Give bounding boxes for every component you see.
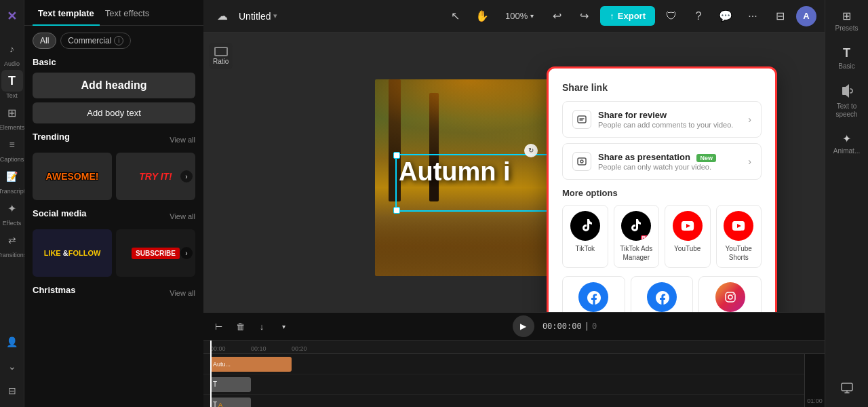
help-icon[interactable]: ? [688, 5, 709, 27]
rotation-handle[interactable]: ↻ [524, 144, 538, 157]
animate-icon: ✦ [842, 132, 851, 145]
sidebar-item-logo[interactable]: ✕ [1, 5, 23, 27]
svg-rect-1 [578, 158, 586, 165]
filter-row: All Commercial i [33, 33, 195, 49]
share-presentation-chevron: › [748, 156, 751, 167]
panel-tabs: Text template Text effects [24, 0, 203, 26]
more-options-title: More options [562, 188, 762, 198]
sidebar-label-transitions: Transitions [0, 252, 26, 258]
sidebar-item-elements[interactable]: ⊞ Elements [0, 102, 24, 131]
comments-icon[interactable]: 💬 [715, 5, 736, 27]
time-separator: | [585, 322, 589, 331]
ruler-mark-0: 00:00 [210, 345, 251, 352]
platform-facebook-group[interactable]: Facebook group [562, 276, 625, 312]
tab-text-template[interactable]: Text template [33, 0, 100, 25]
right-sidebar-animate[interactable]: ✦ Animat... [828, 128, 866, 159]
right-sidebar-monitor[interactable] [828, 377, 866, 402]
template-card-awesome[interactable]: AWESOME! [33, 153, 112, 200]
section-trending-title: Trending [33, 132, 70, 142]
timeline-more-button[interactable]: ▾ [274, 317, 293, 336]
template-tryit-arrow[interactable]: › [180, 170, 193, 182]
timeline-delete-button[interactable]: 🗑 [231, 317, 250, 336]
export-button[interactable]: ↑ Export [600, 6, 655, 26]
platform-instagram-reels[interactable]: Instagram Reels [698, 276, 762, 312]
panel-content: All Commercial i Basic Add heading Add b… [24, 26, 203, 407]
platform-tiktok[interactable]: TikTok [562, 205, 608, 268]
document-title[interactable]: Untitled ▾ [239, 11, 277, 22]
share-review-desc: People can add comments to your video. [598, 121, 748, 129]
ratio-button[interactable]: Ratio [209, 43, 233, 69]
sidebar-label-transcript: Transcript [0, 188, 25, 195]
timeline-end-time: 01:00 [807, 398, 823, 404]
platform-youtube-shorts[interactable]: YouTube Shorts [716, 205, 762, 268]
svg-rect-6 [842, 383, 852, 391]
sidebar-item-captions[interactable]: ≡ Captions [0, 134, 24, 163]
sidebar-item-effects[interactable]: ✦ Effects [1, 197, 23, 227]
share-as-presentation-option[interactable]: Share as presentation New People can onl… [562, 143, 762, 180]
sidebar-item-transitions[interactable]: ⇄ Transitions [0, 229, 26, 258]
sidebar-item-audio[interactable]: ♪ Audio [1, 38, 23, 67]
right-sidebar-text-to-speech[interactable]: Text to speech [828, 80, 866, 123]
tiktok-ads-icon: Biz [621, 211, 651, 241]
basic-label: Basic [838, 62, 854, 71]
new-badge: New [696, 154, 716, 162]
playhead[interactable] [210, 341, 212, 407]
zoom-dropdown-icon: ▾ [530, 12, 534, 20]
sidebar-item-people[interactable]: 👤 [1, 331, 23, 353]
title-dropdown-icon: ▾ [273, 12, 277, 20]
platform-youtube[interactable]: YouTube [665, 205, 711, 268]
youtube-label: YouTube [674, 244, 701, 253]
youtube-shorts-icon [724, 211, 753, 241]
text-clip-2[interactable]: TA [210, 398, 251, 408]
right-sidebar-basic[interactable]: T Basic [828, 42, 866, 75]
timeline-download-button[interactable]: ↓ [252, 317, 271, 336]
timeline-body: 00:00 00:10 00:20 Autu... T TA [203, 341, 825, 407]
social-view-all[interactable]: View all [170, 212, 195, 220]
video-clip[interactable]: Autu... [210, 357, 292, 372]
right-sidebar-presets[interactable]: ⊞ Presets [828, 5, 866, 37]
sidebar-item-more[interactable]: ⌄ [1, 355, 23, 377]
sidebar-item-captions2[interactable]: ⊟ [1, 380, 23, 402]
sidebar-label-text: Text [6, 92, 18, 99]
template-card-tryit[interactable]: TRY IT! › [116, 153, 195, 200]
timeline-end-marker: 01:00 [804, 354, 825, 407]
filter-all[interactable]: All [33, 33, 56, 49]
text-to-speech-label: Text to speech [832, 102, 862, 119]
template-card-likefollow[interactable]: LIKE &FOLLOW [33, 229, 112, 277]
text-template-panel: Text template Text effects All Commercia… [24, 0, 203, 407]
timeline-split-button[interactable]: ⊢ [209, 317, 228, 336]
share-presentation-icon [572, 152, 591, 171]
tab-text-effects[interactable]: Text effects [100, 0, 155, 25]
redo-button[interactable]: ↪ [573, 5, 595, 27]
add-body-text-button[interactable]: Add body text [33, 102, 195, 123]
user-avatar[interactable]: A [796, 6, 816, 26]
facebook-page-icon [647, 282, 677, 312]
template-awesome-text: AWESOME! [46, 171, 99, 182]
template-card-subscribe[interactable]: SUBSCRIBE › [116, 229, 195, 277]
cursor-tool-button[interactable]: ↖ [444, 5, 466, 27]
layout-icon[interactable]: ⊟ [769, 5, 791, 27]
share-for-review-option[interactable]: Share for review People can add comments… [562, 101, 762, 138]
hand-tool-button[interactable]: ✋ [471, 5, 493, 27]
filter-commercial[interactable]: Commercial i [60, 33, 131, 49]
sidebar-label-effects: Effects [3, 220, 21, 227]
undo-button[interactable]: ↩ [546, 5, 568, 27]
shield-icon[interactable]: 🛡 [660, 5, 682, 27]
zoom-control[interactable]: 100% ▾ [498, 8, 540, 24]
cloud-icon[interactable]: ☁ [212, 5, 233, 27]
share-panel-title: Share link [562, 82, 762, 93]
info-icon: i [114, 36, 123, 45]
template-subscribe-arrow[interactable]: › [180, 247, 193, 259]
platform-facebook-page[interactable]: Facebook Page [631, 276, 694, 312]
trending-view-all[interactable]: View all [170, 136, 195, 144]
svg-point-5 [732, 294, 734, 295]
play-button[interactable]: ▶ [513, 315, 534, 337]
sidebar-item-text[interactable]: T Text [1, 70, 23, 99]
more-options-button[interactable]: ··· [742, 5, 764, 27]
text-clip-1[interactable]: T [210, 377, 251, 392]
add-heading-button[interactable]: Add heading [33, 73, 195, 98]
sidebar-label-audio: Audio [4, 60, 20, 67]
sidebar-item-transcript[interactable]: 📝 Transcript [0, 166, 25, 195]
christmas-view-all[interactable]: View all [170, 289, 195, 297]
platform-tiktok-ads[interactable]: Biz TikTok Ads Manager [614, 205, 660, 268]
